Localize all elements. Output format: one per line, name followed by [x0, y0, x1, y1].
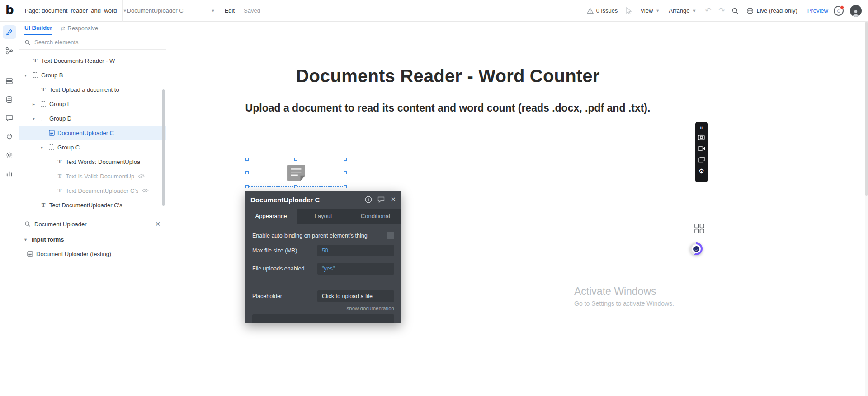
max-file-size-row: Max file size (MB) 50 — [252, 245, 394, 256]
resize-handle-top-left[interactable] — [245, 158, 249, 161]
preview-button[interactable]: Preview — [802, 7, 834, 14]
filter-elements-input[interactable] — [34, 221, 151, 228]
tree-item-group-e[interactable]: ▸ Group E — [19, 97, 166, 111]
search-elements-input[interactable] — [34, 39, 147, 46]
plugins-tab-icon[interactable] — [3, 130, 16, 143]
logs-tab-icon[interactable] — [3, 167, 16, 180]
view-menu[interactable]: View ▼ — [636, 0, 664, 22]
tree-item-documentuploader-selected[interactable]: DocumentUploader C — [19, 126, 166, 140]
uploads-enabled-row: File uploads enabled "yes" — [252, 263, 394, 275]
file-upload-placeholder-icon — [287, 164, 306, 182]
live-mode-label: Live (read-only) — [756, 7, 797, 14]
tree-item-text[interactable]: T Text Words: DocumentUploa — [19, 154, 166, 169]
tree-item-text[interactable]: T Text Upload a document to — [19, 82, 166, 97]
warning-triangle-icon — [587, 8, 594, 14]
resize-handle-bottom[interactable] — [294, 185, 297, 188]
topbar: b Page: document_reader_and_word_ ▼ Docu… — [0, 0, 868, 22]
tree-item-label: Text DocumentUploader C's — [49, 202, 122, 209]
user-avatar[interactable] — [850, 5, 862, 17]
tab-layout[interactable]: Layout — [297, 209, 349, 224]
text-element-icon: T — [56, 158, 63, 165]
drag-handle-icon[interactable]: ⠿ — [700, 124, 703, 131]
tree-item-label: Text Documents Reader - W — [41, 57, 115, 64]
window-scrollbar[interactable] — [865, 22, 868, 396]
database-tab-icon[interactable] — [3, 93, 16, 106]
cursor-tool-icon[interactable] — [622, 0, 636, 22]
max-file-size-input[interactable]: 50 — [317, 245, 394, 256]
issues-indicator[interactable]: 0 issues — [582, 0, 623, 22]
page-selector-dropdown[interactable]: Page: document_reader_and_word_ ▼ — [20, 0, 122, 22]
search-icon[interactable] — [728, 0, 742, 22]
caret-down-icon[interactable]: ▾ — [41, 145, 48, 150]
tree-item-label: Text Words: DocumentUploa — [66, 158, 140, 165]
data-tab-icon[interactable] — [3, 74, 16, 88]
page-title: Documents Reader - Word Counter — [166, 66, 729, 86]
panel-scrollbar[interactable] — [162, 89, 165, 206]
design-tab-icon[interactable] — [3, 25, 16, 39]
edit-menu[interactable]: Edit — [220, 0, 239, 22]
resize-handle-bottom-left[interactable] — [245, 185, 249, 188]
redo-icon[interactable]: ↷ — [715, 0, 728, 22]
placeholder-input[interactable]: Click to upload a file — [317, 290, 394, 302]
component-grid-icon[interactable] — [694, 224, 704, 233]
tree-item-text[interactable]: T Text DocumentUploader C's — [19, 198, 166, 212]
environment-selector[interactable]: Live (read-only) — [742, 0, 802, 22]
design-canvas[interactable]: Documents Reader - Word Counter Upload a… — [166, 22, 865, 396]
autobind-checkbox[interactable] — [387, 232, 394, 239]
show-documentation-link[interactable]: show documentation — [252, 306, 394, 311]
tree-item-group-d[interactable]: ▾ Group D — [19, 111, 166, 126]
tree-item-text-hidden[interactable]: T Text DocumentUploader C's — [19, 183, 166, 198]
uploads-enabled-label: File uploads enabled — [252, 266, 317, 272]
tab-appearance[interactable]: Appearance — [245, 209, 297, 224]
autobind-label: Enable auto-binding on parent element's … — [252, 233, 387, 239]
caret-down-icon[interactable]: ▾ — [24, 73, 32, 78]
extension-badge[interactable]: ◡ — [690, 242, 703, 255]
scrollbar-thumb[interactable] — [865, 22, 868, 196]
tab-responsive[interactable]: ⇄ Responsive — [60, 25, 98, 32]
tree-item-label: Group C — [57, 144, 80, 151]
info-icon[interactable] — [365, 196, 372, 203]
comment-icon[interactable] — [377, 196, 385, 203]
gear-icon[interactable]: ⚙ — [698, 165, 704, 177]
tree-item-text-hidden[interactable]: T Text Is Valid: DocumentUp — [19, 169, 166, 183]
help-icon[interactable]: ☺ — [834, 6, 844, 16]
palette-item-document-uploader[interactable]: Document Uploader (testing) — [19, 247, 166, 261]
element-tree: T Text Documents Reader - W ▾ Group B T … — [19, 50, 166, 212]
window-frames-icon[interactable] — [698, 154, 705, 165]
caret-down-icon[interactable]: ▾ — [33, 116, 40, 121]
video-camera-icon[interactable] — [698, 143, 705, 154]
selected-element-documentuploader[interactable] — [247, 159, 345, 187]
resize-handle-right[interactable] — [344, 171, 347, 174]
tree-item-group-c[interactable]: ▾ Group C — [19, 140, 166, 154]
tree-item-group-b[interactable]: ▾ Group B — [19, 68, 166, 82]
clipped-input[interactable] — [252, 314, 394, 323]
section-input-forms[interactable]: ▾ Input forms — [19, 232, 166, 247]
tree-item-text[interactable]: T Text Documents Reader - W — [19, 53, 166, 68]
caret-right-icon[interactable]: ▸ — [33, 102, 40, 107]
activate-windows-watermark: Activate Windows Go to Settings to activ… — [574, 285, 674, 307]
workflow-tab-icon[interactable] — [3, 44, 16, 57]
left-icon-rail — [0, 22, 19, 396]
undo-icon[interactable]: ↶ — [701, 0, 715, 22]
chevron-down-icon: ▼ — [211, 9, 215, 13]
property-editor-header[interactable]: DocumentUploader C ✕ — [245, 191, 401, 209]
uploads-enabled-input[interactable]: "yes" — [317, 263, 394, 275]
camera-icon[interactable] — [698, 131, 705, 143]
tab-conditional[interactable]: Conditional — [349, 209, 401, 224]
palette-item-label: Document Uploader (testing) — [36, 251, 111, 257]
close-icon[interactable]: ✕ — [390, 196, 396, 204]
resize-handle-top-right[interactable] — [344, 158, 347, 161]
tab-ui-builder[interactable]: UI Builder — [24, 22, 52, 35]
resize-handle-left[interactable] — [245, 171, 249, 174]
arrange-menu[interactable]: Arrange ▼ — [664, 0, 701, 22]
clear-search-icon[interactable]: ✕ — [155, 220, 160, 228]
resize-handle-top[interactable] — [294, 158, 297, 161]
max-file-size-value: 50 — [322, 247, 328, 254]
watermark-line2: Go to Settings to activate Windows. — [574, 300, 674, 307]
bubble-logo[interactable]: b — [5, 3, 14, 17]
element-filter-bar: ✕ — [19, 217, 166, 231]
settings-tab-icon[interactable] — [3, 148, 16, 162]
resize-handle-bottom-right[interactable] — [344, 185, 347, 188]
element-selector-dropdown[interactable]: DocumentUploader C ▼ — [123, 0, 220, 22]
chat-tab-icon[interactable] — [3, 111, 16, 125]
